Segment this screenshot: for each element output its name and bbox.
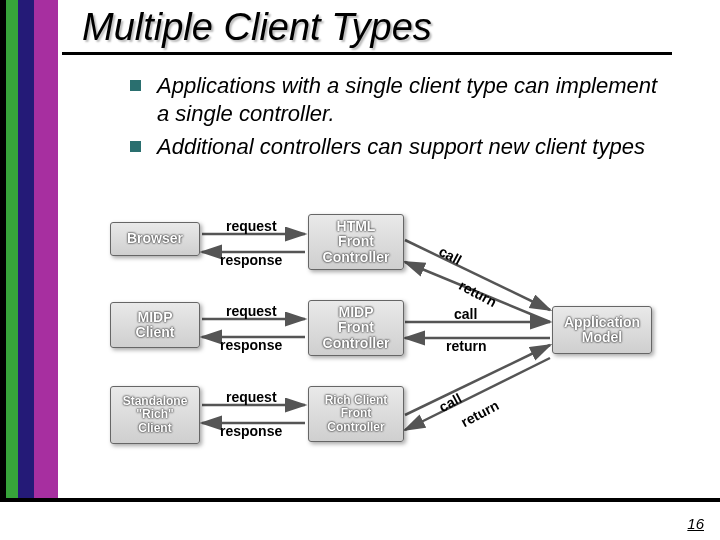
node-controller-midp: MIDP Front Controller <box>308 300 404 356</box>
edge-label-return: return <box>446 338 486 354</box>
accent-bar-purple <box>34 0 58 502</box>
accent-bar-green <box>6 0 18 502</box>
edge-label-request: request <box>226 218 277 234</box>
edge-label-request: request <box>226 389 277 405</box>
edge-label-return: return <box>458 397 501 430</box>
architecture-diagram: Browser MIDP Client Standalone "Rich" Cl… <box>110 210 670 490</box>
node-controller-rich: Rich Client Front Controller <box>308 386 404 442</box>
bullet-text: Additional controllers can support new c… <box>157 133 645 161</box>
edge-label-call: call <box>454 306 477 322</box>
edge-label-response: response <box>220 337 282 353</box>
node-client-browser: Browser <box>110 222 200 256</box>
bullet-marker-icon <box>130 80 141 91</box>
page-number: 16 <box>687 515 704 532</box>
edge-label-call: call <box>436 390 464 415</box>
bullet-item: Applications with a single client type c… <box>130 72 670 127</box>
edge-label-call: call <box>436 243 464 268</box>
bullet-text: Applications with a single client type c… <box>157 72 670 127</box>
edge-label-request: request <box>226 303 277 319</box>
node-application-model: Application Model <box>552 306 652 354</box>
slide-title: Multiple Client Types <box>82 6 432 49</box>
bullet-marker-icon <box>130 141 141 152</box>
node-client-rich: Standalone "Rich" Client <box>110 386 200 444</box>
title-underline <box>62 52 672 55</box>
edge-label-response: response <box>220 252 282 268</box>
bullet-item: Additional controllers can support new c… <box>130 133 670 161</box>
node-controller-html: HTML Front Controller <box>308 214 404 270</box>
bullet-list: Applications with a single client type c… <box>130 72 670 167</box>
node-client-midp: MIDP Client <box>110 302 200 348</box>
bottom-rule <box>0 498 720 502</box>
accent-bar-blue <box>18 0 34 502</box>
edge-label-response: response <box>220 423 282 439</box>
